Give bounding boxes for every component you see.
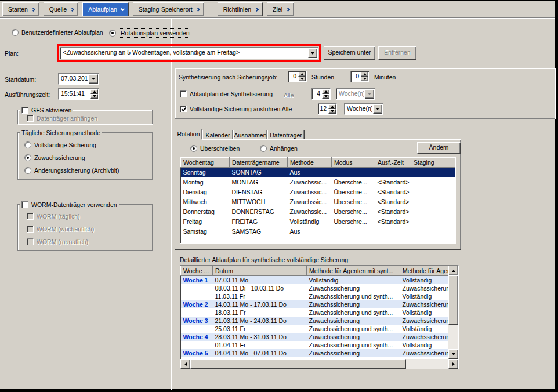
wizard-tab-starten[interactable]: Starten	[2, 2, 39, 16]
rotation-table-cell	[411, 217, 456, 227]
rotation-table-row[interactable]: SonntagSONNTAGAus	[181, 168, 456, 178]
detail-table-row[interactable]: 25.03.11 FrZuwachssicherung und synth...…	[181, 325, 449, 333]
scroll-up-button[interactable]	[448, 266, 458, 275]
synthesis-interval-spinner[interactable]: 4	[311, 88, 331, 100]
spinner-down-button[interactable]	[322, 94, 329, 99]
detail-table-cell: Vollständig	[400, 341, 449, 349]
tab-datentraeger[interactable]: Datenträger	[267, 130, 305, 140]
radio-custom-schedule[interactable]: Benutzerdefinierter Ablaufplan	[12, 28, 103, 37]
dropdown-arrow-icon[interactable]	[308, 48, 317, 58]
rotation-table-row[interactable]: FreitagFREITAGVollständigÜberschre...<St…	[181, 217, 456, 227]
column-header[interactable]: Modus	[332, 158, 375, 168]
vertical-scrollbar[interactable]	[448, 266, 458, 359]
column-header[interactable]: Methode	[288, 158, 332, 168]
spinner-down-button[interactable]	[361, 77, 368, 81]
save-as-button[interactable]: Speichern unter	[324, 46, 375, 60]
column-header[interactable]: Methode für Agenten mit synt...	[307, 266, 400, 276]
detail-table-cell[interactable]: Woche 5	[181, 349, 213, 357]
change-button[interactable]: Ändern	[417, 142, 461, 154]
rotation-table-row[interactable]: MontagMONTAGZuwachssic...Überschre...<St…	[181, 177, 456, 187]
synthesis-minutes-spinner[interactable]: 0	[350, 71, 369, 82]
spinner-up-button[interactable]	[322, 89, 329, 94]
spinner-down-button[interactable]	[90, 94, 98, 99]
detail-table-cell[interactable]: Woche 2	[181, 300, 213, 308]
detail-table-row[interactable]: Woche 214.03.11 Mo - 17.03.11 DoZuwachss…	[181, 300, 449, 308]
spinner-up-button[interactable]	[361, 72, 368, 77]
detail-table-row[interactable]: 01.04.11 FrZuwachssicherung und synth...…	[181, 341, 449, 349]
radio-incremental-backup[interactable]: Zuwachssicherung	[24, 154, 85, 162]
column-header[interactable]: Datenträgername	[230, 158, 288, 168]
detail-table-row[interactable]: 18.03.11 FrZuwachssicherung und synth...…	[181, 308, 449, 317]
radio-rotation-plan[interactable]: Rotationsplan verwenden	[109, 28, 191, 38]
column-header[interactable]: Ausf.-Zeit	[375, 158, 411, 168]
wizard-tab-label: Richtlinien	[223, 6, 251, 13]
rotation-table-row[interactable]: DonnerstagDONNERSTAGZuwachssic...Übersch…	[181, 207, 456, 217]
wizard-tab-label: Starten	[8, 6, 28, 13]
column-header[interactable]: Staging	[411, 158, 456, 168]
synthesis-schedule-checkbox[interactable]: Ablaufplan der Synthetisierung	[180, 90, 273, 98]
radio-append[interactable]: Anhängen	[260, 144, 298, 153]
rotation-table[interactable]: Wochentag Datenträgername Methode Modus …	[180, 157, 456, 244]
radio-differential-backup[interactable]: Änderungssicherung (Archivbit)	[24, 166, 119, 175]
wizard-tab-ziel[interactable]: Ziel	[267, 2, 294, 16]
detail-plan-table[interactable]: Woche ... Datum Methode für Agenten mit …	[180, 265, 459, 369]
full-backup-interval-unit-combobox[interactable]: Woche(n)	[344, 103, 383, 115]
wizard-tab-quelle[interactable]: Quelle	[44, 2, 78, 16]
horizontal-scrollbar[interactable]	[180, 359, 458, 369]
worm-weekly-checkbox: WORM (wöchentlich)	[27, 225, 94, 233]
detail-table-row[interactable]: Woche 428.03.11 Mo - 31.03.11 DoZuwachss…	[181, 333, 449, 341]
spinner-up-button[interactable]	[328, 104, 336, 109]
detail-table-row[interactable]: 08.03.11 Di - 10.03.11 DoZuwachssicherun…	[181, 284, 449, 292]
radio-label: Vollständige Sicherung	[34, 141, 96, 149]
synthesis-hours-spinner[interactable]: 0	[288, 71, 307, 82]
start-date-picker[interactable]: 07.03.2011	[58, 73, 99, 85]
detail-table-cell: Zuwachssicherung	[307, 333, 400, 341]
column-header[interactable]: Datum	[213, 266, 307, 276]
rotation-table-cell	[332, 227, 375, 237]
wizard-tab-ablaufplan[interactable]: Ablaufplan	[82, 2, 129, 16]
chevron-right-icon	[196, 8, 200, 12]
detail-table-row[interactable]: Woche 321.03.11 Mo - 24.03.11 DoZuwachss…	[181, 317, 449, 325]
column-header[interactable]: Woche ...	[181, 266, 213, 276]
full-backup-interval-checkbox[interactable]: Vollständige Sicherung ausführen Alle	[180, 105, 292, 113]
rotation-table-cell: <Standard>	[375, 187, 411, 197]
plan-combobox[interactable]: <Zuwachssicherung an 5 Wochentagen, voll…	[60, 47, 318, 59]
vertical-scroll-thumb[interactable]	[448, 275, 458, 325]
worm-enable-checkbox[interactable]: WORM-Datenträger verwenden	[20, 201, 119, 209]
scroll-down-button[interactable]	[448, 349, 458, 359]
gfs-enable-checkbox[interactable]: GFS aktivieren	[20, 106, 73, 114]
rotation-table-row[interactable]: SamstagSAMSTAGAus	[181, 227, 456, 237]
horizontal-scroll-thumb[interactable]	[190, 359, 406, 369]
run-time-spinner[interactable]: 15:51:41	[58, 88, 99, 100]
detail-table-cell[interactable]: Woche 1	[181, 276, 213, 285]
detail-table-cell[interactable]: Woche 4	[181, 333, 213, 341]
column-header[interactable]: Wochentag	[181, 158, 230, 168]
detail-table-row[interactable]: Woche 107.03.11 MoVollständigVollständig	[181, 276, 449, 285]
detail-table-cell[interactable]: Woche 3	[181, 317, 213, 325]
rotation-table-cell: DIENSTAG	[230, 187, 288, 197]
tab-kalender[interactable]: Kalender	[202, 130, 233, 140]
spinner-up-button[interactable]	[90, 89, 98, 94]
scroll-left-button[interactable]	[180, 359, 190, 369]
full-backup-interval-spinner[interactable]: 12	[318, 103, 337, 115]
scroll-right-button[interactable]	[448, 359, 458, 369]
radio-full-backup[interactable]: Vollständige Sicherung	[24, 141, 96, 149]
column-header[interactable]: Methode für Ager	[400, 266, 449, 276]
dropdown-arrow-icon[interactable]	[373, 104, 382, 114]
chevron-right-icon	[31, 8, 35, 12]
rotation-table-row[interactable]: DienstagDIENSTAGZuwachssic...Überschre..…	[181, 187, 456, 197]
tab-rotation[interactable]: Rotation	[175, 129, 202, 140]
spinner-up-button[interactable]	[298, 72, 306, 77]
spinner-down-button[interactable]	[328, 109, 336, 114]
spinner-buttons	[322, 89, 329, 99]
tab-ausnahmen[interactable]: Ausnahmen	[233, 130, 267, 140]
wizard-tab-richtlinien[interactable]: Richtlinien	[218, 2, 263, 16]
detail-table-row[interactable]: Woche 504.04.11 Mo - 07.04.11 DoZuwachss…	[181, 349, 449, 357]
wizard-tab-staging-speicherort[interactable]: Staging-Speicherort	[133, 2, 204, 16]
dropdown-arrow-icon[interactable]	[89, 74, 98, 84]
detail-table-row[interactable]: 11.03.11 FrZuwachssicherung und synth...…	[181, 292, 449, 300]
spinner-down-button[interactable]	[298, 77, 306, 81]
radio-overwrite[interactable]: Überschreiben	[190, 144, 240, 153]
rotation-table-row[interactable]: MittwochMITTWOCHZuwachssic...Überschre..…	[181, 197, 456, 207]
start-date-value: 07.03.2011	[59, 74, 88, 84]
